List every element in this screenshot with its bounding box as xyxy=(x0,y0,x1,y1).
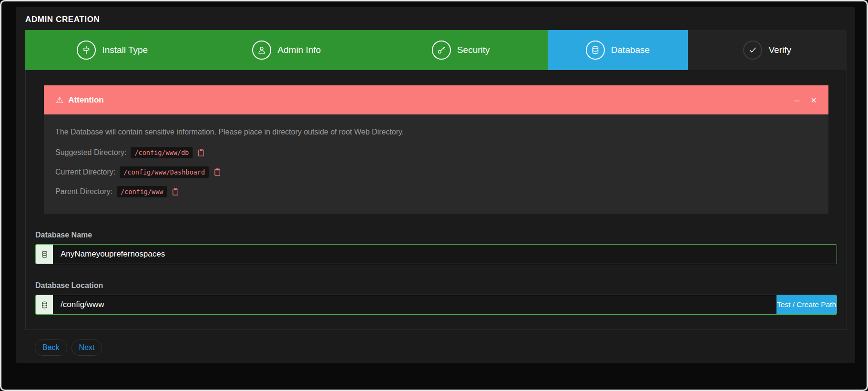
database-tab-content: ⚠ Attention – × The Database will contai… xyxy=(25,70,847,330)
key-icon xyxy=(432,41,451,60)
database-location-label: Database Location xyxy=(35,281,837,290)
database-name-input-row xyxy=(35,244,837,264)
attention-alert: ⚠ Attention – × The Database will contai… xyxy=(44,85,828,214)
directory-path: /config/www xyxy=(117,186,167,197)
user-icon xyxy=(252,41,271,60)
page-title: ADMIN CREATION xyxy=(16,7,855,30)
alert-controls: – × xyxy=(794,95,817,105)
main-panel: ADMIN CREATION Install Type Admin Info S… xyxy=(16,7,855,363)
signpost-icon xyxy=(77,41,96,60)
wizard-footer: Back Next xyxy=(35,340,847,356)
step-label: Database xyxy=(611,45,650,55)
database-icon xyxy=(586,41,605,60)
copy-clipboard-icon[interactable] xyxy=(213,167,222,177)
step-security[interactable]: Security xyxy=(374,30,548,70)
directory-path: /config/www/db xyxy=(131,147,193,158)
database-name-input[interactable] xyxy=(54,245,837,264)
database-name-group: Database Name xyxy=(35,231,837,264)
admin-creation-wizard: Install Type Admin Info Security Databas… xyxy=(25,30,847,356)
alert-title: ⚠ Attention xyxy=(56,95,104,105)
minimize-icon[interactable]: – xyxy=(794,95,799,105)
database-location-input-row: Test / Create Path xyxy=(35,295,837,315)
directory-label: Suggested Directory: xyxy=(55,148,126,157)
database-location-input[interactable] xyxy=(54,295,776,314)
step-install-type[interactable]: Install Type xyxy=(25,30,199,70)
directory-label: Current Directory: xyxy=(55,168,115,176)
step-verify[interactable]: Verify xyxy=(688,30,847,70)
database-name-label: Database Name xyxy=(35,231,837,239)
close-icon[interactable]: × xyxy=(811,95,817,105)
step-label: Install Type xyxy=(102,45,148,55)
admin-creation-page: { "page": { "title": "ADMIN CREATION" },… xyxy=(0,0,868,391)
step-label: Security xyxy=(457,45,490,55)
alert-title-text: Attention xyxy=(68,95,104,105)
copy-clipboard-icon[interactable] xyxy=(197,148,205,157)
alert-message: The Database will contain sensitive info… xyxy=(55,128,817,136)
directory-path: /config/www/Dashboard xyxy=(120,166,209,178)
directory-label: Parent Directory: xyxy=(55,187,112,196)
current-directory-row: Current Directory: /config/www/Dashboard xyxy=(55,166,817,178)
parent-directory-row: Parent Directory: /config/www xyxy=(55,186,817,197)
copy-clipboard-icon[interactable] xyxy=(171,187,180,196)
step-label: Verify xyxy=(768,45,791,55)
test-create-path-button[interactable]: Test / Create Path xyxy=(776,295,837,314)
step-admin-info[interactable]: Admin Info xyxy=(199,30,373,70)
database-location-group: Database Location Test / Create Path xyxy=(35,281,837,315)
next-button[interactable]: Next xyxy=(71,340,102,356)
back-button[interactable]: Back xyxy=(35,340,67,356)
wizard-steps-bar: Install Type Admin Info Security Databas… xyxy=(25,30,847,70)
alert-header: ⚠ Attention – × xyxy=(44,85,828,114)
check-icon xyxy=(743,41,762,60)
step-label: Admin Info xyxy=(277,45,321,55)
alert-body: The Database will contain sensitive info… xyxy=(44,114,828,214)
suggested-directory-row: Suggested Directory: /config/www/db xyxy=(55,147,817,158)
database-addon-icon xyxy=(36,295,54,314)
warning-icon: ⚠ xyxy=(56,95,63,105)
database-addon-icon xyxy=(36,245,54,264)
step-database[interactable]: Database xyxy=(548,30,687,70)
